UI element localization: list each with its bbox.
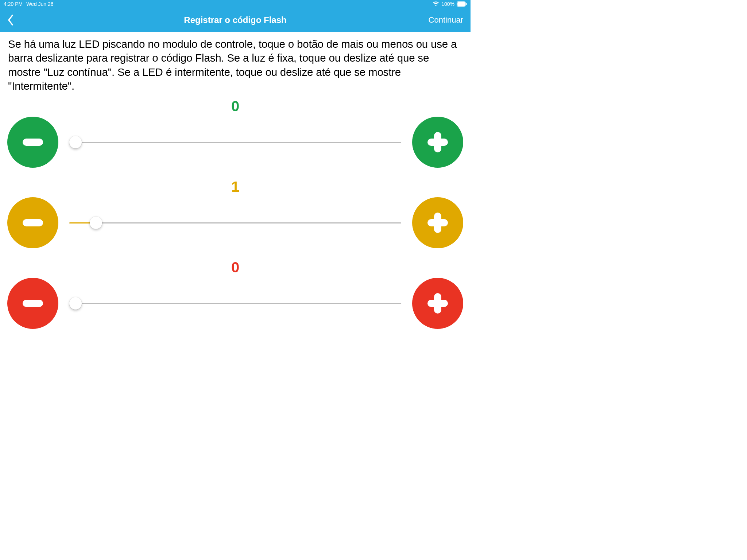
svg-rect-1: [457, 2, 465, 6]
svg-rect-11: [434, 293, 441, 314]
status-bar: 4:20 PM Wed Jun 26 100%: [0, 0, 471, 8]
plus-icon: [424, 209, 452, 237]
slider-thumb[interactable]: [69, 136, 82, 148]
continue-button[interactable]: Continuar: [429, 15, 463, 25]
svg-rect-2: [466, 3, 467, 5]
green-slider-row: [7, 117, 463, 168]
plus-icon: [424, 128, 452, 156]
status-left: 4:20 PM Wed Jun 26: [4, 1, 54, 7]
green-slider-value: 0: [7, 98, 463, 114]
amber-slider[interactable]: [69, 215, 401, 230]
svg-rect-9: [23, 300, 43, 307]
amber-slider-row: [7, 197, 463, 248]
minus-icon: [19, 289, 47, 317]
minus-icon: [19, 128, 47, 156]
battery-percent: 100%: [441, 1, 454, 7]
svg-rect-8: [434, 213, 441, 233]
svg-rect-6: [23, 219, 43, 226]
green-minus-button[interactable]: [7, 117, 58, 168]
green-slider-block: 0: [7, 98, 463, 168]
status-time: 4:20 PM: [4, 1, 23, 7]
slider-track: [69, 222, 401, 223]
green-slider[interactable]: [69, 135, 401, 149]
amber-plus-button[interactable]: [412, 197, 463, 248]
chevron-left-icon: [7, 14, 14, 26]
back-button[interactable]: [7, 13, 18, 27]
nav-bar: Registrar o código Flash Continuar: [0, 8, 471, 32]
sliders-group: 0 1: [0, 98, 471, 329]
minus-icon: [19, 209, 47, 237]
slider-thumb[interactable]: [69, 297, 82, 310]
status-right: 100%: [433, 1, 467, 7]
amber-slider-block: 1: [7, 179, 463, 248]
red-minus-button[interactable]: [7, 278, 58, 329]
amber-minus-button[interactable]: [7, 197, 58, 248]
amber-slider-value: 1: [7, 179, 463, 195]
red-plus-button[interactable]: [412, 278, 463, 329]
green-plus-button[interactable]: [412, 117, 463, 168]
slider-track: [69, 142, 401, 143]
red-slider-row: [7, 278, 463, 329]
battery-icon: [457, 1, 467, 7]
wifi-icon: [433, 1, 439, 7]
slider-track: [69, 303, 401, 304]
red-slider-value: 0: [7, 259, 463, 276]
red-slider[interactable]: [69, 296, 401, 311]
svg-rect-3: [23, 139, 43, 146]
instructions-text: Se há uma luz LED piscando no modulo de …: [0, 32, 471, 97]
page-title: Registrar o código Flash: [184, 15, 286, 25]
svg-rect-5: [434, 132, 441, 152]
status-date: Wed Jun 26: [26, 1, 53, 7]
slider-thumb[interactable]: [90, 217, 102, 229]
app-screen: 4:20 PM Wed Jun 26 100% Registrar o códi…: [0, 0, 471, 353]
red-slider-block: 0: [7, 259, 463, 329]
plus-icon: [424, 289, 452, 317]
